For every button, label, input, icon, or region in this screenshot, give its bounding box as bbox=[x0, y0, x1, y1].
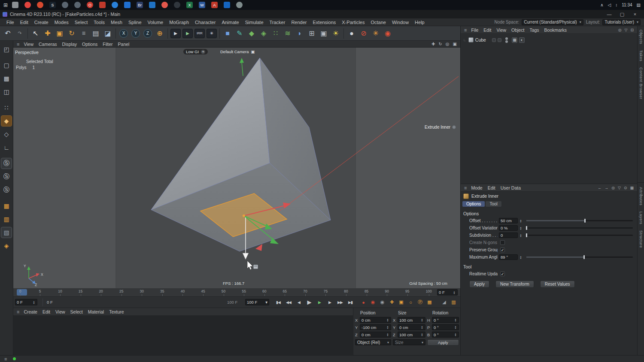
lock-x-axis[interactable]: X bbox=[118, 27, 130, 40]
menu-tracker[interactable]: Tracker bbox=[267, 20, 289, 25]
viewport-maximize-icon[interactable]: ▣ bbox=[453, 42, 457, 46]
size-y-field[interactable]: 0 cm bbox=[398, 324, 425, 330]
app-word[interactable]: W bbox=[199, 2, 205, 8]
menu-edit[interactable]: Edit bbox=[17, 20, 31, 25]
lock-z-axis[interactable]: Z bbox=[142, 27, 154, 40]
points-mode[interactable]: ∷ bbox=[1, 103, 12, 113]
next-key-button[interactable]: ▶▶ bbox=[335, 298, 345, 306]
rotation-h-field[interactable]: 0 ° bbox=[432, 317, 459, 323]
om-menu-view[interactable]: View bbox=[494, 27, 509, 33]
end-frame-field[interactable]: 100 F▾ bbox=[245, 299, 269, 305]
subdivision-field[interactable]: 0 bbox=[499, 232, 518, 238]
plugin-disable[interactable]: ⊘ bbox=[358, 27, 370, 40]
app-steam[interactable]: S bbox=[49, 2, 56, 8]
om-menu-edit[interactable]: Edit bbox=[481, 27, 494, 33]
app-excel[interactable]: X bbox=[186, 2, 193, 8]
menu-mesh[interactable]: Mesh bbox=[108, 20, 125, 25]
snap-mode-edge[interactable]: Ⓢ bbox=[1, 185, 12, 195]
search-icon[interactable]: ◎ bbox=[618, 28, 622, 32]
position-y-field[interactable]: -100 cm bbox=[360, 324, 391, 330]
panel-tab-takes[interactable]: Takes bbox=[639, 50, 643, 61]
history-forward-icon[interactable]: → bbox=[605, 186, 608, 190]
menu-spline[interactable]: Spline bbox=[125, 20, 145, 25]
menu-character[interactable]: Character bbox=[192, 20, 219, 25]
enable-snap[interactable]: Ⓢ bbox=[1, 158, 12, 169]
am-button-reset-values[interactable]: Reset Values bbox=[540, 281, 575, 288]
offset-spinner[interactable] bbox=[519, 219, 522, 223]
menu-animate[interactable]: Animate bbox=[219, 20, 242, 25]
play-sound-button[interactable]: ▶ bbox=[315, 298, 324, 306]
offset-variation-field[interactable]: 0 % bbox=[499, 225, 518, 231]
playback-mode-button[interactable]: ◢ bbox=[440, 298, 448, 306]
state-toggle-icon[interactable] bbox=[498, 38, 501, 42]
material-manager-menu-icon[interactable]: ≡ bbox=[15, 309, 21, 314]
size-mode-select[interactable]: Size▾ bbox=[393, 339, 425, 345]
plugin-octane[interactable]: ◉ bbox=[382, 27, 394, 40]
material-area[interactable] bbox=[13, 316, 353, 355]
om-menu-bookmarks[interactable]: Bookmarks bbox=[542, 27, 570, 33]
live-selection-tool[interactable]: ↖ bbox=[30, 27, 42, 40]
workplane-mode[interactable]: ◫ bbox=[1, 87, 12, 97]
app-blue-2[interactable] bbox=[224, 2, 230, 8]
key-rotation-toggle[interactable]: ○ bbox=[407, 298, 415, 306]
add-subdivision-surface[interactable]: ◆ bbox=[246, 27, 258, 40]
panel-tab-layers[interactable]: Layers bbox=[639, 211, 643, 224]
viewport-menu-cameras[interactable]: Cameras bbox=[36, 42, 60, 47]
camera-hud[interactable]: Default Camera ▣ bbox=[220, 49, 255, 54]
viewport-pan-icon[interactable]: ✚ bbox=[431, 42, 435, 46]
move-tool[interactable]: ✚ bbox=[42, 27, 54, 40]
am-button-new-transform[interactable]: New Transform bbox=[495, 281, 534, 288]
app-acrobat[interactable]: A bbox=[211, 2, 218, 8]
coordinate-system[interactable]: ⊕ bbox=[154, 27, 166, 40]
viewport-menu-filter[interactable]: Filter bbox=[100, 42, 115, 47]
coordinate-mode-select[interactable]: Object (Rel)▾ bbox=[355, 339, 391, 345]
om-menu-file[interactable]: File bbox=[468, 27, 481, 33]
record-keyframe-button[interactable]: ● bbox=[359, 298, 368, 306]
am-button-apply[interactable]: Apply bbox=[469, 281, 489, 288]
close-button[interactable]: × bbox=[629, 10, 641, 18]
node-space-select[interactable]: Current (Standard/Physical)▾ bbox=[522, 19, 583, 25]
am-menu-mode[interactable]: Mode bbox=[468, 185, 485, 190]
viewport-menu-options[interactable]: Options bbox=[79, 42, 100, 47]
create-ngons-checkbox[interactable] bbox=[500, 240, 505, 245]
viewport-menu-view[interactable]: View bbox=[21, 42, 36, 47]
render-view[interactable]: ▶ bbox=[170, 27, 182, 40]
mat-menu-texture[interactable]: Texture bbox=[106, 309, 126, 314]
om-menu-tags[interactable]: Tags bbox=[527, 27, 541, 33]
model-mode[interactable]: ▢ bbox=[1, 60, 12, 70]
position-z-field[interactable]: 0 cm bbox=[360, 332, 391, 338]
om-menu-object[interactable]: Object bbox=[509, 27, 527, 33]
autokey-button[interactable]: ◉ bbox=[369, 298, 377, 306]
notifications-icon[interactable]: ▤ bbox=[637, 3, 641, 7]
object-row-cube[interactable]: ∟ Cube ▦ ◐ bbox=[461, 36, 637, 43]
am-menu-user-data[interactable]: User Data bbox=[498, 185, 523, 190]
commander[interactable]: ◈ bbox=[1, 241, 12, 251]
menu-help[interactable]: Help bbox=[412, 20, 428, 25]
panel-tab-objects[interactable]: Objects bbox=[639, 30, 643, 44]
mat-menu-edit[interactable]: Edit bbox=[40, 309, 53, 314]
next-frame-button[interactable]: ▶ bbox=[325, 298, 334, 306]
lock-icon[interactable]: ⊙ bbox=[624, 186, 627, 190]
render-settings[interactable]: ✳ bbox=[206, 27, 218, 40]
tool-section-header[interactable]: Tool bbox=[461, 263, 637, 270]
frame-icon[interactable]: ⊡ bbox=[630, 28, 634, 32]
preserve-groups-checkbox[interactable] bbox=[500, 247, 505, 252]
viewport-canvas[interactable] bbox=[13, 48, 460, 288]
goto-end-button[interactable]: ▶▮ bbox=[346, 298, 355, 306]
plugin-xparticles[interactable]: ✳ bbox=[370, 27, 382, 40]
menu-render[interactable]: Render bbox=[288, 20, 310, 25]
app-blue-circle[interactable] bbox=[112, 2, 118, 8]
status-menu-icon[interactable]: ≡ bbox=[3, 356, 9, 362]
active-tool-extrude[interactable]: ◪ bbox=[102, 27, 114, 40]
subdivision-slider[interactable] bbox=[526, 235, 633, 236]
menu-volume[interactable]: Volume bbox=[145, 20, 167, 25]
texture-tag-icon[interactable]: ▦ bbox=[512, 37, 517, 43]
layout-select[interactable]: Tutorials (User)▾ bbox=[602, 19, 641, 25]
position-x-field[interactable]: 0 cm bbox=[360, 317, 391, 323]
texture-mode[interactable]: ▩ bbox=[1, 73, 12, 84]
render-picture-viewer[interactable]: ▶ bbox=[182, 27, 194, 40]
app-blue-square[interactable] bbox=[149, 2, 155, 8]
menu-select[interactable]: Select bbox=[72, 20, 91, 25]
app-bridge[interactable]: Br bbox=[137, 2, 143, 8]
clock[interactable]: 11:34 bbox=[622, 3, 632, 7]
